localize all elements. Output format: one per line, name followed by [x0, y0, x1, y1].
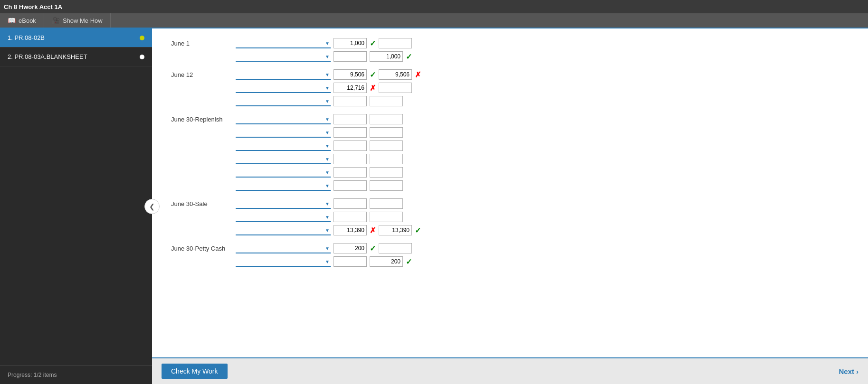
debit-input[interactable] — [334, 69, 367, 80]
credit-input[interactable] — [370, 140, 403, 151]
tab-ebook-label: eBook — [19, 17, 36, 24]
credit-input[interactable] — [370, 167, 403, 178]
dropdown-wrapper[interactable]: ▼ — [236, 114, 331, 124]
sidebar-item-pr08-02b[interactable]: 1. PR.08-02B — [0, 28, 152, 47]
debit-input[interactable] — [334, 243, 367, 253]
dropdown-wrapper[interactable]: ▼ — [236, 83, 331, 93]
date-label-june30-replenish: June 30-Replenish — [171, 116, 233, 123]
debit-input[interactable] — [334, 83, 367, 93]
debit-input[interactable] — [334, 114, 367, 124]
check-icon: ✓ — [406, 52, 412, 61]
status-dot-yellow — [140, 36, 144, 40]
account-dropdown[interactable] — [236, 96, 331, 106]
entry-row: ▼ — [171, 140, 849, 151]
account-dropdown[interactable] — [236, 83, 331, 93]
debit-input[interactable] — [334, 38, 367, 48]
ebook-icon: 📖 — [8, 17, 16, 24]
entry-row: June 30-Petty Cash ▼ ✓ — [171, 243, 849, 253]
credit-input[interactable] — [379, 83, 412, 93]
date-label-june30-sale: June 30-Sale — [171, 200, 233, 207]
credit-input[interactable] — [370, 51, 403, 62]
progress-label: Progress: — [8, 372, 32, 378]
dropdown-wrapper[interactable]: ▼ — [236, 127, 331, 138]
dropdown-wrapper[interactable]: ▼ — [236, 38, 331, 48]
date-label-june30-pettycash: June 30-Petty Cash — [171, 245, 233, 252]
entry-row: ▼ — [171, 167, 849, 178]
tab-bar: 📖 eBook 🎥 Show Me How — [0, 13, 868, 28]
credit-input[interactable] — [379, 225, 412, 235]
collapse-button[interactable]: ❮ — [144, 199, 160, 214]
credit-input[interactable] — [370, 198, 403, 209]
entry-row: ▼ — [171, 212, 849, 222]
credit-input[interactable] — [379, 38, 412, 48]
debit-input[interactable] — [334, 225, 367, 235]
dropdown-wrapper[interactable]: ▼ — [236, 225, 331, 235]
credit-input[interactable] — [379, 243, 412, 253]
entry-row: ▼ — [171, 180, 849, 191]
entry-row: ▼ ✗ ✓ — [171, 225, 849, 235]
sidebar-footer: Progress: 1/2 items — [0, 365, 152, 384]
debit-input[interactable] — [334, 140, 367, 151]
credit-input[interactable] — [370, 256, 403, 267]
dropdown-wrapper[interactable]: ▼ — [236, 256, 331, 267]
tab-show-me-how-label: Show Me How — [63, 17, 103, 24]
debit-input[interactable] — [334, 212, 367, 222]
account-dropdown[interactable] — [236, 38, 331, 48]
debit-input[interactable] — [334, 127, 367, 138]
entry-row: ▼ — [171, 127, 849, 138]
dropdown-wrapper[interactable]: ▼ — [236, 154, 331, 164]
account-dropdown[interactable] — [236, 140, 331, 151]
sidebar-item-label-1: 1. PR.08-02B — [8, 34, 45, 41]
dropdown-wrapper[interactable]: ▼ — [236, 96, 331, 106]
dropdown-wrapper[interactable]: ▼ — [236, 243, 331, 253]
dropdown-wrapper[interactable]: ▼ — [236, 140, 331, 151]
account-dropdown[interactable] — [236, 225, 331, 235]
dropdown-wrapper[interactable]: ▼ — [236, 51, 331, 62]
content-area: June 1 ▼ ✓ ▼ — [152, 28, 868, 384]
account-dropdown[interactable] — [236, 198, 331, 209]
account-dropdown[interactable] — [236, 154, 331, 164]
date-label-june1: June 1 — [171, 40, 233, 47]
account-dropdown[interactable] — [236, 180, 331, 191]
account-dropdown[interactable] — [236, 69, 331, 80]
credit-input[interactable] — [370, 212, 403, 222]
credit-input[interactable] — [370, 127, 403, 138]
journal-section-june1: June 1 ▼ ✓ ▼ — [171, 38, 849, 62]
account-dropdown[interactable] — [236, 127, 331, 138]
x-icon: ✗ — [415, 70, 421, 79]
account-dropdown[interactable] — [236, 51, 331, 62]
entry-row: ▼ — [171, 154, 849, 164]
account-dropdown[interactable] — [236, 243, 331, 253]
account-dropdown[interactable] — [236, 212, 331, 222]
dropdown-wrapper[interactable]: ▼ — [236, 167, 331, 178]
debit-input[interactable] — [334, 180, 367, 191]
debit-input[interactable] — [334, 198, 367, 209]
dropdown-wrapper[interactable]: ▼ — [236, 212, 331, 222]
entry-row: ▼ ✓ — [171, 256, 849, 267]
next-button[interactable]: Next › — [839, 367, 858, 375]
debit-input[interactable] — [334, 51, 367, 62]
debit-input[interactable] — [334, 96, 367, 106]
dropdown-wrapper[interactable]: ▼ — [236, 198, 331, 209]
progress-value: 1/2 items — [34, 372, 57, 378]
content-scroll[interactable]: June 1 ▼ ✓ ▼ — [152, 28, 868, 357]
sidebar-item-pr08-03a[interactable]: 2. PR.08-03A.BLANKSHEET — [0, 47, 152, 66]
check-icon: ✓ — [415, 226, 421, 235]
dropdown-wrapper[interactable]: ▼ — [236, 180, 331, 191]
credit-input[interactable] — [379, 69, 412, 80]
check-my-work-button[interactable]: Check My Work — [162, 364, 228, 379]
account-dropdown[interactable] — [236, 114, 331, 124]
credit-input[interactable] — [370, 180, 403, 191]
dropdown-wrapper[interactable]: ▼ — [236, 69, 331, 80]
credit-input[interactable] — [370, 114, 403, 124]
debit-input[interactable] — [334, 256, 367, 267]
debit-input[interactable] — [334, 167, 367, 178]
tab-show-me-how[interactable]: 🎥 Show Me How — [44, 13, 111, 28]
account-dropdown[interactable] — [236, 167, 331, 178]
debit-input[interactable] — [334, 154, 367, 164]
tab-ebook[interactable]: 📖 eBook — [0, 13, 44, 28]
credit-input[interactable] — [370, 154, 403, 164]
check-icon: ✓ — [370, 70, 376, 79]
account-dropdown[interactable] — [236, 256, 331, 267]
credit-input[interactable] — [370, 96, 403, 106]
